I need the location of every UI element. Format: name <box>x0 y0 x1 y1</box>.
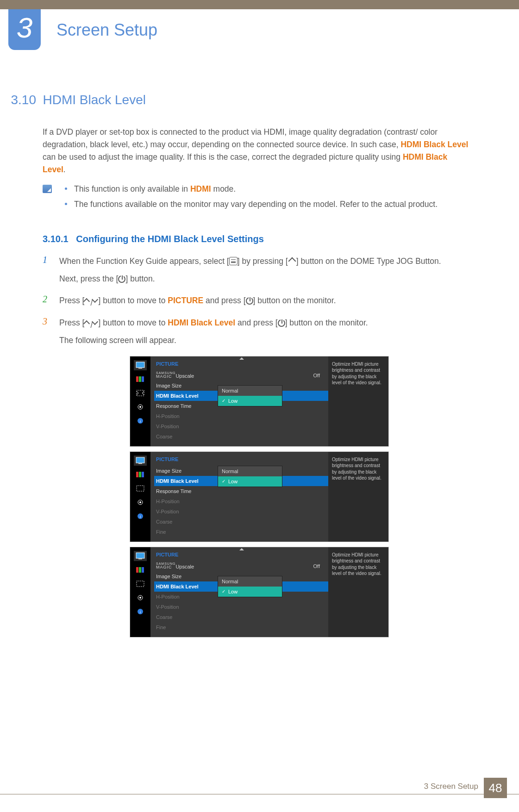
power-icon <box>246 297 253 305</box>
osd-picture-icon <box>134 551 147 561</box>
osd-fine-label: Fine <box>156 529 212 535</box>
step2-text-b: ] button to move to <box>98 296 168 305</box>
step2-text-d: ] button on the monitor. <box>253 296 336 305</box>
step2-text-a: Press [ <box>59 296 84 305</box>
osd-info-icon: i <box>134 416 147 426</box>
svg-rect-15 <box>137 486 144 491</box>
osd-imagesize-label: Image Size <box>156 468 212 474</box>
chapter-title: Screen Setup <box>56 20 157 40</box>
step3-text-b: ] button to move to <box>98 318 168 327</box>
step1-text-d: Next, press the [ <box>59 274 118 283</box>
step-1: 1 When the Function Key Guide appears, s… <box>43 255 472 290</box>
osd-help-text: Optimize HDMI picture brightness and con… <box>328 547 388 637</box>
top-accent-bar <box>0 0 519 9</box>
osd-row-upscale: SAMSUNGMAGICUpscale Off <box>154 370 328 381</box>
osd-hdmi-label: HDMI Black Level <box>156 478 212 484</box>
osd-imagesize-label: Image Size <box>156 574 212 579</box>
step3-text-e: The following screen will appear. <box>59 334 368 348</box>
subsection-title: Configuring the HDMI Black Level Setting… <box>76 234 264 244</box>
step-3: 3 Press [/] button to move to HDMI Black… <box>43 316 472 351</box>
svg-rect-1 <box>138 368 142 369</box>
osd-response-label: Response Time <box>156 488 212 494</box>
osd-hpos-label: H-Position <box>156 499 212 504</box>
step1-text-b: ] by pressing [ <box>238 256 288 266</box>
osd-size-icon <box>134 483 147 493</box>
osd-color-icon <box>134 565 147 575</box>
osd-row-upscale: SAMSUNGMAGICUpscale Off <box>154 561 328 571</box>
osd-sidebar: i <box>130 356 150 446</box>
menu-icon <box>229 257 238 265</box>
osd-fine-label: Fine <box>156 625 212 630</box>
up-icon <box>288 257 296 265</box>
chapter-number-tab: 3 <box>8 9 41 50</box>
note-1a: This function is only available in <box>74 184 190 194</box>
svg-rect-24 <box>142 567 144 573</box>
osd-info-icon: i <box>134 511 147 521</box>
svg-rect-14 <box>142 472 144 477</box>
osd-size-icon <box>134 579 147 589</box>
osd-row-fine: Fine <box>154 527 328 537</box>
osd-option-low-selected: Low <box>218 587 282 597</box>
svg-rect-12 <box>136 472 138 477</box>
osd-options-popup: Normal Low <box>218 576 282 597</box>
osd-menu-title: PICTURE <box>154 456 328 466</box>
osd-menu-title: PICTURE <box>154 551 328 561</box>
step3-text-d: ] button on the monitor. <box>285 318 368 327</box>
osd-row-fine: Fine <box>154 622 328 632</box>
note-item-1: This function is only available in HDMI … <box>62 183 438 195</box>
osd-magic-bot: MAGIC <box>156 565 172 569</box>
osd-vpos-label: V-Position <box>156 604 212 610</box>
osd-row-coarse: Coarse <box>154 517 328 527</box>
svg-rect-13 <box>139 472 141 477</box>
osd-screenshot-2: i PICTURE Image Size HDMI Black Level Re… <box>130 451 389 542</box>
step3-text-a: Press [ <box>59 318 84 327</box>
step2-text-c: and press [ <box>203 296 245 305</box>
osd-options-popup: Normal Low <box>218 385 282 406</box>
osd-sidebar: i <box>130 452 150 542</box>
osd-color-icon <box>134 469 147 480</box>
section-number: 3.10 <box>0 93 36 107</box>
subsection-header: 3.10.1 Configuring the HDMI Black Level … <box>43 234 472 244</box>
note-block: This function is only available in HDMI … <box>43 183 472 213</box>
osd-option-normal: Normal <box>218 466 282 476</box>
svg-rect-23 <box>139 567 141 573</box>
osd-help-text: Optimize HDMI picture brightness and con… <box>328 356 388 446</box>
step-2: 2 Press [/] button to move to PICTURE an… <box>43 294 472 312</box>
osd-hpos-label: H-Position <box>156 413 212 419</box>
osd-options-popup: Normal Low <box>218 466 282 487</box>
osd-vpos-label: V-Position <box>156 424 212 429</box>
page-footer: 3 Screen Setup 48 <box>424 778 507 795</box>
intro-highlight-1: HDMI Black Level <box>400 140 468 149</box>
note-1b: mode. <box>211 184 236 194</box>
osd-screenshot-1: i PICTURE SAMSUNGMAGICUpscale Off Image … <box>130 356 389 447</box>
up-down-icon: / <box>84 319 98 327</box>
osd-sidebar: i <box>130 547 150 637</box>
osd-option-low-selected: Low <box>218 396 282 406</box>
svg-rect-4 <box>142 376 144 382</box>
step-number-1: 1 <box>43 255 51 290</box>
osd-row-coarse: Coarse <box>154 431 328 442</box>
osd-settings-icon <box>134 497 147 507</box>
intro-text-3: . <box>63 165 66 174</box>
note-1-highlight: HDMI <box>190 184 211 194</box>
footer-chapter-label: 3 Screen Setup <box>424 782 478 791</box>
svg-point-7 <box>139 406 141 408</box>
step-number-3: 3 <box>43 316 51 351</box>
svg-rect-3 <box>139 376 141 382</box>
svg-rect-25 <box>137 581 144 587</box>
step3-highlight: HDMI Black Level <box>168 318 235 327</box>
osd-response-label: Response Time <box>156 403 212 409</box>
osd-settings-icon <box>134 593 147 603</box>
note-icon <box>43 185 52 193</box>
osd-hpos-label: H-Position <box>156 594 212 600</box>
svg-point-27 <box>139 597 141 599</box>
osd-hdmi-label: HDMI Black Level <box>156 584 212 589</box>
step1-text-e: ] button. <box>125 274 155 283</box>
osd-up-arrow-icon <box>239 357 244 360</box>
osd-upscale-value: Off <box>212 373 328 378</box>
intro-text-1: If a DVD player or set-top box is connec… <box>43 127 438 149</box>
step1-text-a: When the Function Key Guide appears, sel… <box>59 256 229 266</box>
osd-settings-icon <box>134 402 147 412</box>
power-icon <box>118 275 125 283</box>
svg-rect-20 <box>136 553 144 558</box>
